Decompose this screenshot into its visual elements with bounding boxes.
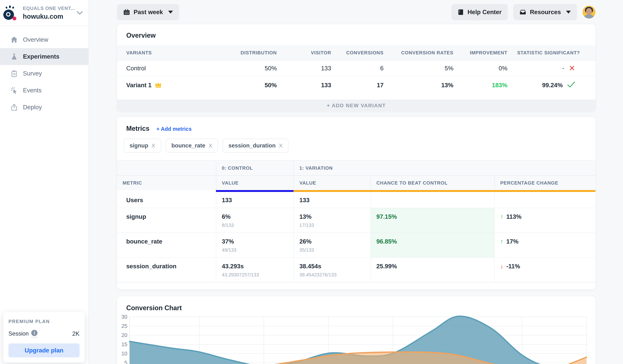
topbar: Past week Help Center Resources (89, 0, 623, 24)
y-axis-tick: 15 (121, 342, 127, 347)
resources-button[interactable]: Resources (513, 4, 577, 20)
cursor-click-icon (10, 86, 18, 94)
col-statistic-significant: STATISTIC SIGNIFICANT? (517, 50, 595, 56)
chip-bounce-rate[interactable]: bounce_rate X (166, 139, 218, 153)
user-avatar[interactable] (582, 6, 595, 19)
chevron-down-icon (77, 11, 83, 15)
main-area: Past week Help Center Resources (89, 0, 623, 364)
col-percentage-change: PERCENTAGE CHANGE (494, 175, 595, 190)
significant-check-icon (567, 81, 575, 89)
chip-session-duration[interactable]: session_duration X (222, 139, 289, 153)
significance-value: - (562, 65, 564, 72)
app-page: EQUALS ONE VENT... howuku.com Overview E… (0, 0, 623, 364)
sidebar-item-label: Experiments (23, 53, 59, 60)
header-underline-bars (117, 190, 595, 192)
plan-card: PREMIUM PLAN Session i 2K Upgrade plan (3, 312, 85, 363)
session-label: Session (8, 330, 29, 337)
tray-icon (519, 9, 526, 15)
col-improvement: IMPROVEMENT (463, 50, 517, 56)
significance-value: 99.24% (542, 82, 563, 89)
add-new-variant-button[interactable]: + ADD NEW VARIANT (117, 100, 595, 111)
y-axis-tick: 25 (121, 323, 127, 329)
caret-down-icon (168, 11, 173, 14)
metric-chips: signup X bounce_rate X session_duration … (117, 132, 595, 160)
metrics-title: Metrics (126, 125, 149, 132)
conversion-chart-card: Conversion Chart 30252015105 (117, 297, 595, 364)
help-center-button[interactable]: Help Center (451, 4, 508, 20)
conversion-area-chart: 30252015105 (117, 297, 595, 364)
sidebar-item-deploy[interactable]: Deploy (0, 99, 89, 116)
caret-down-icon (566, 11, 571, 14)
book-icon (458, 9, 464, 15)
remove-chip-icon[interactable]: X (152, 143, 155, 149)
arrow-up-icon: ↑ (500, 213, 503, 220)
sidebar-item-experiments[interactable]: Experiments (0, 48, 89, 65)
col-conversion-rates: CONVERSION RATES (393, 50, 463, 56)
col-visitor: VISITOR (287, 50, 341, 56)
metric-row-session-duration: session_duration 43.293s43.29307257/133 … (117, 257, 595, 282)
sidebar-item-events[interactable]: Events (0, 82, 89, 99)
col-conversions: CONVERSIONS (341, 50, 393, 56)
upgrade-plan-button[interactable]: Upgrade plan (8, 343, 80, 357)
org-switcher[interactable]: EQUALS ONE VENT... howuku.com (0, 0, 89, 26)
info-icon[interactable]: i (31, 330, 38, 336)
metrics-group-header: 0: CONTROL 1: VARIATION (117, 161, 595, 175)
y-axis-tick: 10 (121, 351, 127, 357)
winner-crown-icon (155, 82, 162, 88)
sidebar-item-label: Survey (23, 70, 42, 77)
control-accent-bar (216, 190, 293, 192)
org-name: EQUALS ONE VENT... (23, 5, 73, 11)
metrics-sub-header: METRIC VALUE VALUE CHANCE TO BEAT CONTRO… (117, 175, 595, 190)
site-name: howuku.com (23, 13, 73, 20)
variant-name: Control (126, 65, 146, 72)
group-variation: 1: VARIATION (293, 161, 595, 175)
remove-chip-icon[interactable]: X (279, 143, 283, 149)
y-axis-tick: 30 (121, 314, 127, 320)
variation-accent-bar (293, 190, 595, 192)
sidebar-nav: Overview Experiments Survey Events (0, 26, 89, 121)
metrics-card: Metrics + Add metrics signup X bounce_ra… (117, 117, 595, 289)
variant-name: Variant 1 (126, 82, 152, 89)
col-chance-to-beat: CHANCE TO BEAT CONTROL (371, 175, 494, 190)
not-significant-x-icon: ✕ (569, 64, 575, 72)
howuku-logo-icon (3, 5, 19, 21)
session-value: 2K (72, 330, 80, 337)
y-axis-tick: 5 (124, 360, 127, 364)
sidebar-item-label: Events (23, 87, 42, 94)
flask-icon (10, 53, 18, 61)
arrow-up-icon: ↑ (500, 238, 503, 245)
sidebar: EQUALS ONE VENT... howuku.com Overview E… (0, 0, 89, 364)
col-variation-value: VALUE (293, 175, 371, 190)
col-distribution: DISTRIBUTION (226, 50, 287, 56)
metric-row-signup: signup 6%8/133 13%17/133 97.15% ↑113% (117, 208, 595, 233)
deploy-share-icon (10, 103, 18, 111)
metrics-table: 0: CONTROL 1: VARIATION METRIC VALUE VAL… (117, 160, 595, 282)
date-range-button[interactable]: Past week (117, 4, 179, 20)
plan-title: PREMIUM PLAN (8, 319, 80, 324)
add-metrics-link[interactable]: + Add metrics (156, 126, 192, 132)
variant-1-toggle[interactable]: Variant 1 (117, 282, 595, 289)
table-row-control: Control 50% 133 6 5% 0% - ✕ (117, 60, 595, 76)
clipboard-icon (10, 69, 18, 78)
arrow-down-icon: ↓ (500, 263, 503, 270)
col-control-value: VALUE (216, 175, 293, 190)
remove-chip-icon[interactable]: X (209, 143, 212, 149)
metric-row-users: Users 133 133 (117, 192, 595, 208)
home-icon (10, 36, 18, 44)
sidebar-item-survey[interactable]: Survey (0, 65, 89, 82)
help-center-label: Help Center (467, 9, 502, 16)
calendar-icon (123, 9, 130, 15)
col-metric: METRIC (117, 175, 216, 190)
col-variants: VARIANTS (117, 50, 226, 56)
group-control: 0: CONTROL (216, 161, 293, 175)
y-axis-tick: 20 (121, 332, 127, 338)
metric-row-bounce-rate: bounce_rate 37%49/133 26%35/133 96.85% ↑… (117, 233, 595, 257)
resources-label: Resources (530, 9, 561, 16)
content: Overview VARIANTS DISTRIBUTION VISITOR C… (89, 24, 623, 364)
sidebar-item-label: Overview (23, 36, 48, 43)
date-range-label: Past week (134, 9, 163, 16)
sidebar-item-overview[interactable]: Overview (0, 31, 89, 48)
table-row-variant-1: Variant 1 50% 133 17 13% 183% 99.24% (117, 76, 595, 94)
overview-title: Overview (117, 24, 595, 45)
chip-signup[interactable]: signup X (124, 139, 161, 153)
